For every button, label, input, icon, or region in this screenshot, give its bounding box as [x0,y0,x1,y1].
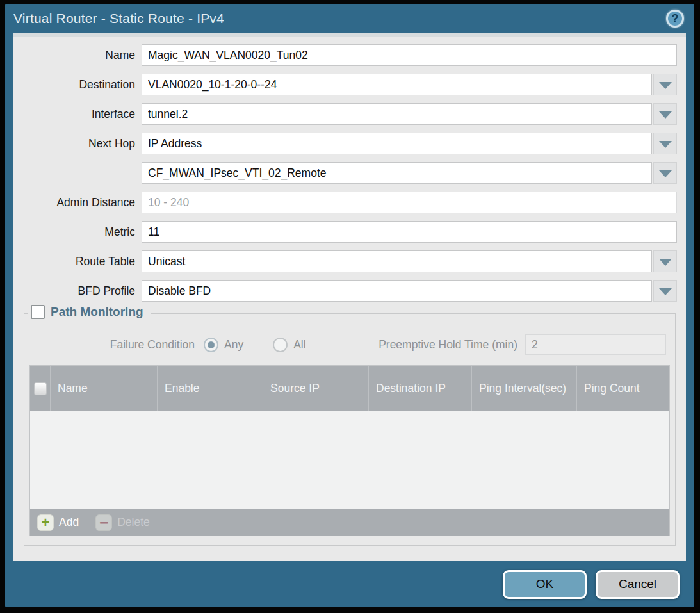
destination-dropdown-button[interactable] [653,74,677,95]
name-label: Name [13,49,142,62]
admin-distance-label: Admin Distance [13,196,142,209]
add-button[interactable]: + Add [37,514,79,531]
cancel-button[interactable]: Cancel [596,570,680,599]
path-monitoring-section: Path Monitoring Failure Condition Any Al… [24,313,676,546]
column-header-ping-count[interactable]: Ping Count [577,366,669,411]
form-row-admin-distance: Admin Distance [13,192,677,213]
column-header-destination-ip[interactable]: Destination IP [369,366,472,411]
path-monitoring-checkbox[interactable] [31,305,45,319]
form-row-next-hop-address [13,162,677,184]
failure-condition-all-radio[interactable] [273,338,288,352]
preemptive-hold-time-input[interactable] [525,334,666,355]
dialog-title: Virtual Router - Static Route - IPv4 [13,11,224,26]
next-hop-address-dropdown-button[interactable] [653,162,677,184]
chevron-down-icon [659,141,672,148]
destination-label: Destination [13,78,142,92]
table-header-row: Name Enable Source IP Destination IP Pin… [30,366,669,411]
interface-dropdown-button[interactable] [653,103,677,125]
help-icon[interactable]: ? [666,10,684,28]
delete-button-label: Delete [117,516,150,529]
chevron-down-icon [659,288,672,295]
bfd-profile-label: BFD Profile [13,284,142,298]
add-button-label: Add [59,516,79,529]
interface-label: Interface [13,108,142,121]
select-all-checkbox[interactable] [34,382,47,395]
form-row-destination: Destination [13,74,677,95]
failure-condition-any-label: Any [224,338,243,352]
ok-button[interactable]: OK [503,570,587,599]
form-row-next-hop: Next Hop [13,133,677,154]
chevron-down-icon [659,82,672,89]
metric-input[interactable] [142,221,677,243]
form-row-interface: Interface [13,103,677,125]
next-hop-address-input[interactable] [142,162,652,184]
failure-condition-all-label: All [293,338,305,352]
failure-condition-label: Failure Condition [29,338,204,352]
next-hop-type-input[interactable] [142,133,652,154]
failure-condition-any-radio[interactable] [204,338,218,352]
delete-button[interactable]: − Delete [95,514,150,531]
name-input[interactable] [142,44,677,66]
path-monitoring-table: Name Enable Source IP Destination IP Pin… [29,365,670,536]
column-header-enable[interactable]: Enable [158,366,263,411]
interface-input[interactable] [142,103,652,125]
next-hop-dropdown-button[interactable] [653,133,677,154]
form-row-metric: Metric [13,221,677,243]
failure-condition-row: Failure Condition Any All Preemptive Hol… [29,334,670,355]
table-body-empty [30,411,669,509]
route-table-input[interactable] [142,250,652,272]
form-row-bfd-profile: BFD Profile [13,280,677,302]
plus-icon: + [37,514,54,531]
chevron-down-icon [659,259,672,266]
chevron-down-icon [659,170,672,177]
path-monitoring-title: Path Monitoring [51,305,143,319]
next-hop-label: Next Hop [13,137,142,151]
dialog-content: Name Destination Interface [13,33,686,561]
column-header-name[interactable]: Name [51,366,158,411]
bfd-profile-input[interactable] [142,280,652,302]
destination-input[interactable] [142,74,652,95]
table-header-checkbox-cell [30,366,51,411]
admin-distance-input[interactable] [142,192,677,213]
metric-label: Metric [13,225,142,239]
route-table-label: Route Table [13,255,142,268]
bfd-profile-dropdown-button[interactable] [653,280,677,302]
form-row-name: Name [13,44,677,66]
dialog-footer: OK Cancel [5,561,694,607]
preemptive-hold-time-label: Preemptive Hold Time (min) [378,338,525,352]
dialog-titlebar: Virtual Router - Static Route - IPv4 ? [5,4,694,33]
route-table-dropdown-button[interactable] [653,250,677,272]
minus-icon: − [95,514,112,531]
path-monitoring-legend: Path Monitoring [28,305,151,319]
table-action-bar: + Add − Delete [30,509,669,536]
static-route-dialog: Virtual Router - Static Route - IPv4 ? N… [5,4,694,607]
column-header-source-ip[interactable]: Source IP [263,366,369,411]
chevron-down-icon [659,111,672,119]
dialog-window: Virtual Router - Static Route - IPv4 ? N… [0,0,700,613]
column-header-ping-interval[interactable]: Ping Interval(sec) [472,366,577,411]
form-row-route-table: Route Table [13,250,677,272]
